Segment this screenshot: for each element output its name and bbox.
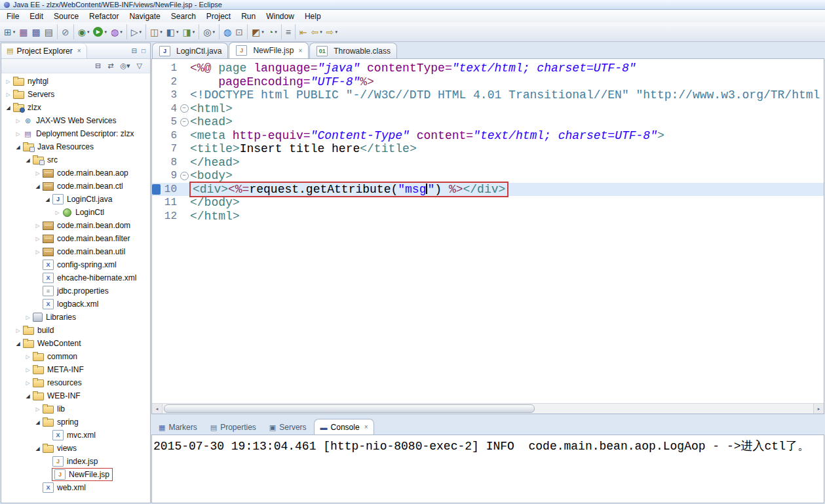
horizontal-scrollbar[interactable]: ◂ ▸ xyxy=(152,403,824,414)
line-number[interactable]: 9 xyxy=(152,169,180,183)
tree-item-java-resources[interactable]: ◢Java Resources xyxy=(1,140,150,153)
expand-arrow-icon[interactable]: ▷ xyxy=(14,118,22,124)
menu-file[interactable]: File xyxy=(1,10,24,22)
new-dynamic-web-project-button[interactable]: ◧▾ xyxy=(164,24,181,39)
maximize-view-icon[interactable]: □ xyxy=(142,47,145,54)
line-number[interactable]: 5 xyxy=(152,115,180,129)
debug-button[interactable]: ◉▾ xyxy=(76,24,92,39)
save-all-button[interactable]: ▩ xyxy=(29,24,42,39)
bottom-tab-servers[interactable]: ▣Servers xyxy=(263,420,313,435)
new-wizard-button[interactable]: ⊞▾ xyxy=(2,24,17,39)
line-number[interactable]: 12 xyxy=(152,210,180,223)
tree-item-web-xml[interactable]: Xweb.xml xyxy=(1,481,150,494)
last-edit-location-button[interactable]: ⇤ xyxy=(297,24,309,39)
new-servlet-button[interactable]: ◫▾ xyxy=(148,24,164,39)
code-line-4[interactable]: 4−<html> xyxy=(152,102,824,116)
expand-arrow-icon[interactable]: ▷ xyxy=(33,236,42,242)
run-button[interactable]: ▶▾ xyxy=(91,24,109,39)
code-line-12[interactable]: 12</html> xyxy=(152,210,824,223)
console-view[interactable]: 2015-07-30 19:13:04.461 [http-nio-8080-e… xyxy=(151,435,824,503)
expand-arrow-icon[interactable]: ▷ xyxy=(24,380,32,386)
expand-arrow-icon[interactable]: ▷ xyxy=(14,131,22,137)
expand-arrow-icon[interactable]: ▷ xyxy=(53,210,62,216)
code-line-10[interactable]: 10<div><%=request.getAttribute("msg") %>… xyxy=(152,183,824,197)
menu-project[interactable]: Project xyxy=(201,10,236,22)
tree-item-code-main-bean-util[interactable]: ▷code.main.bean.util xyxy=(1,245,150,258)
line-number[interactable]: 1 xyxy=(152,62,180,75)
bottom-tab-console[interactable]: ▬Console× xyxy=(314,419,375,435)
line-number[interactable]: 4 xyxy=(152,102,180,116)
editor-tab-newfile-jsp[interactable]: JNewFile.jsp× xyxy=(229,42,309,58)
tree-item-spring[interactable]: ◢spring xyxy=(1,416,150,429)
save-button[interactable]: ▦ xyxy=(17,24,29,39)
new-ejb-project-button[interactable]: ◨▾ xyxy=(180,24,197,39)
tree-item-logback-xml[interactable]: Xlogback.xml xyxy=(1,298,150,311)
editor-body[interactable]: 1<%@ page language="java" contentType="t… xyxy=(151,58,824,414)
close-tab-icon[interactable]: × xyxy=(364,423,368,431)
tree-item-newfile-jsp[interactable]: JNewFile.jsp xyxy=(1,468,150,481)
editor-tab-loginctl-java[interactable]: JLoginCtl.java xyxy=(152,43,228,58)
tree-item-servers[interactable]: ▷Servers xyxy=(1,88,150,101)
build-all-button[interactable]: ⊘ xyxy=(60,24,71,39)
collapse-arrow-icon[interactable]: ◢ xyxy=(43,197,52,203)
tree-item-loginctl[interactable]: ▷LoginCtl xyxy=(1,206,150,219)
scrollbar-thumb[interactable] xyxy=(164,404,535,413)
mark-occurrences-button[interactable]: ≡ xyxy=(284,24,293,39)
scroll-right-icon[interactable]: ▸ xyxy=(813,404,824,414)
tree-item-src[interactable]: ◢src xyxy=(1,153,150,166)
code-line-1[interactable]: 1<%@ page language="java" contentType="t… xyxy=(152,62,824,75)
expand-arrow-icon[interactable]: ▷ xyxy=(14,328,22,334)
coverage-button[interactable]: ◍▾ xyxy=(109,24,125,39)
close-tab-icon[interactable]: × xyxy=(298,47,302,54)
expand-arrow-icon[interactable]: ▷ xyxy=(33,249,42,255)
collapse-arrow-icon[interactable]: ◢ xyxy=(24,393,32,399)
menu-help[interactable]: Help xyxy=(299,10,326,22)
view-menu-button[interactable]: ▽ xyxy=(137,62,142,70)
code-line-5[interactable]: 5−<head> xyxy=(152,115,824,129)
tree-item-jax-ws-web-services[interactable]: ▷⊚JAX-WS Web Services xyxy=(1,114,150,127)
line-number[interactable]: 11 xyxy=(152,196,180,210)
fold-collapse-icon[interactable]: − xyxy=(180,115,189,129)
tree-item-build[interactable]: ▷build xyxy=(1,324,150,337)
minimize-view-icon[interactable]: ⊟ xyxy=(132,47,137,54)
code-line-3[interactable]: 3<!DOCTYPE html PUBLIC "-//W3C//DTD HTML… xyxy=(152,88,824,102)
link-with-editor-button[interactable]: ⇄ xyxy=(107,62,113,70)
line-number[interactable]: 10 xyxy=(152,183,180,197)
bottom-tab-markers[interactable]: ▦Markers xyxy=(153,420,203,435)
expand-arrow-icon[interactable]: ▷ xyxy=(24,354,32,360)
tree-item-index-jsp[interactable]: Jindex.jsp xyxy=(1,455,150,468)
line-number[interactable]: 8 xyxy=(152,156,180,170)
collapse-arrow-icon[interactable]: ◢ xyxy=(14,341,22,347)
code-line-7[interactable]: 7<title>Insert title here</title> xyxy=(152,142,824,156)
tree-item-views[interactable]: ◢views xyxy=(1,442,150,455)
tree-item-ehcache-hibernate-xml[interactable]: Xehcache-hibernate.xml xyxy=(1,271,150,284)
tree-item-code-main-bean-ctl[interactable]: ◢code.main.bean.ctl xyxy=(1,180,150,193)
tree-item-config-spring-xml[interactable]: Xconfig-spring.xml xyxy=(1,258,150,271)
line-number[interactable]: 6 xyxy=(152,129,180,143)
scroll-left-icon[interactable]: ◂ xyxy=(152,404,163,414)
tree-item-nyhtgl[interactable]: ▷nyhtgl xyxy=(1,75,150,88)
collapse-all-button[interactable]: ⊟ xyxy=(95,62,101,70)
code-line-2[interactable]: 2 pageEncoding="UTF-8"%> xyxy=(152,75,824,89)
line-number[interactable]: 3 xyxy=(152,88,180,102)
line-number[interactable]: 7 xyxy=(152,142,180,156)
collapse-arrow-icon[interactable]: ◢ xyxy=(24,157,32,163)
menu-edit[interactable]: Edit xyxy=(24,10,48,22)
collapse-arrow-icon[interactable]: ◢ xyxy=(4,105,12,111)
focus-on-active-task-button[interactable]: ◎▾ xyxy=(120,62,130,70)
tree-item-jdbc-properties[interactable]: ≡jdbc.properties xyxy=(1,284,150,298)
code-lines[interactable]: 1<%@ page language="java" contentType="t… xyxy=(152,59,824,403)
menu-navigate[interactable]: Navigate xyxy=(124,10,165,22)
open-task-button[interactable]: ⊡ xyxy=(233,24,245,39)
fold-collapse-icon[interactable]: − xyxy=(180,102,189,116)
expand-arrow-icon[interactable]: ▷ xyxy=(24,315,32,320)
menu-window[interactable]: Window xyxy=(261,10,299,22)
close-view-icon[interactable]: × xyxy=(77,47,81,54)
tree-item-deployment-descriptor-zlzx[interactable]: ▷▤Deployment Descriptor: zlzx xyxy=(1,127,150,140)
expand-arrow-icon[interactable]: ▷ xyxy=(4,92,12,98)
collapse-arrow-icon[interactable]: ◢ xyxy=(33,419,42,425)
expand-arrow-icon[interactable]: ▷ xyxy=(24,367,32,373)
tree-item-web-inf[interactable]: ◢WEB-INF xyxy=(1,389,150,402)
tree-item-code-main-bean-filter[interactable]: ▷code.main.bean.filter xyxy=(1,232,150,245)
new-class-button[interactable]: ◔▾ xyxy=(266,24,279,39)
